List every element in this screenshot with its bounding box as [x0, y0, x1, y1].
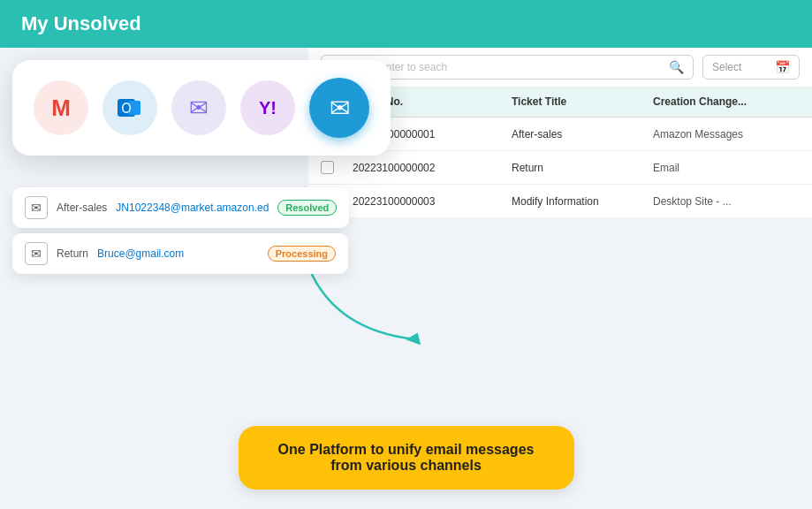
outlook-icon-circle[interactable]: [102, 80, 157, 135]
svg-point-3: [124, 104, 130, 112]
ticket-no: 20223100000003: [353, 195, 512, 208]
envelope-icon: ✉: [25, 242, 48, 265]
select-placeholder: Select: [712, 61, 741, 73]
ticket-title: After-sales: [512, 128, 653, 141]
gmail-icon-circle[interactable]: M: [34, 80, 88, 135]
sender-label: Return: [57, 247, 88, 260]
yahoo-icon-circle[interactable]: Y!: [240, 80, 295, 135]
ticket-title: Return: [512, 162, 653, 174]
banner-line1: One Platform to unify email messages: [274, 442, 539, 458]
sender-address: Bruce@gmail.com: [97, 247, 184, 260]
col-ticket-title: Ticket Title: [512, 95, 653, 109]
calendar-icon: 📅: [775, 60, 790, 74]
table-row[interactable]: 20223100000003 Modify Information Deskto…: [308, 185, 812, 218]
email-icons-popup: M ✉ Y! ✉: [12, 60, 391, 156]
page-header: My Unsolved: [0, 0, 812, 48]
ticket-channel: Amazon Messages: [653, 128, 800, 141]
mail-icon-circle[interactable]: ✉: [171, 80, 226, 135]
ticket-channel: Desktop Site - ...: [653, 195, 800, 208]
search-icon: 🔍: [669, 60, 684, 74]
envelope-icon: ✉: [25, 196, 48, 219]
bottom-banner: One Platform to unify email messages fro…: [239, 426, 574, 490]
table-row[interactable]: 20223100000002 Return Email: [308, 151, 812, 185]
page-title: My Unsolved: [21, 12, 141, 35]
select-box[interactable]: Select 📅: [702, 55, 800, 80]
banner-line2: from various channels: [274, 458, 539, 474]
row-checkbox[interactable]: [321, 161, 353, 174]
col-creation: Creation Change...: [653, 95, 800, 109]
sender-address: JN1022348@market.amazon.ed: [116, 201, 269, 214]
email-list-item-2[interactable]: ✉ Return Bruce@gmail.com Processing: [12, 233, 348, 274]
arrow-decoration: [300, 260, 442, 369]
email-list-item-1[interactable]: ✉ After-sales JN1022348@market.amazon.ed…: [12, 187, 349, 228]
status-badge-processing: Processing: [268, 246, 336, 262]
active-mail-icon-circle[interactable]: ✉: [309, 78, 369, 138]
status-badge-resolved: Resolved: [277, 200, 337, 216]
ticket-no: 20223100000002: [353, 162, 512, 174]
ticket-channel: Email: [653, 162, 800, 174]
ticket-title: Modify Information: [512, 195, 653, 208]
sender-label: After-sales: [57, 201, 107, 214]
